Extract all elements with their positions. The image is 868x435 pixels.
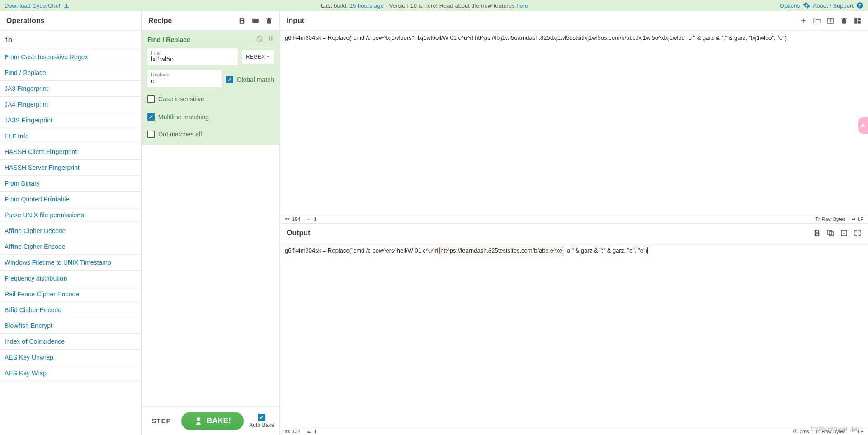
regex-dropdown[interactable]: REGEX [242, 50, 274, 64]
step-button[interactable]: STEP [147, 413, 175, 428]
toggle-layout-icon[interactable] [854, 17, 862, 25]
operation-item[interactable]: Parse UNIX file permissions [0, 207, 141, 223]
save-output-icon[interactable] [813, 229, 821, 237]
svg-rect-8 [854, 18, 857, 24]
global-match-checkbox[interactable] [226, 76, 233, 83]
multiline-checkbox[interactable] [147, 113, 155, 121]
recipe-title: Recipe [148, 17, 172, 25]
about-link[interactable]: About / Support [813, 2, 854, 9]
chef-icon [194, 416, 203, 426]
trash-icon[interactable] [265, 17, 273, 25]
clear-input-icon[interactable] [840, 17, 848, 25]
input-title: Input [287, 17, 304, 25]
operation-item[interactable]: AES Key Wrap [0, 365, 141, 381]
svg-rect-10 [858, 21, 861, 23]
output-time: ⏱ 0ms [793, 429, 809, 434]
highlighted-url: htt^ps://learndash.825testsites.com/b/ab… [439, 247, 563, 254]
operation-item[interactable]: From Quoted Printable [0, 192, 141, 207]
maximize-output-icon[interactable] [854, 229, 862, 237]
autobake-checkbox[interactable] [258, 414, 265, 421]
operation-item[interactable]: HASSH Client Fingerprint [0, 144, 141, 160]
pause-icon[interactable] [268, 35, 274, 44]
svg-rect-12 [828, 230, 832, 234]
case-insensitive-checkbox[interactable] [147, 95, 155, 103]
operation-find-replace: Find / Replace Find REGEX [142, 31, 279, 145]
feedback-tab[interactable] [858, 117, 868, 134]
find-input[interactable] [151, 56, 234, 63]
output-status-bar: mc 138 1 ⏱ 0ms Tr Raw Bytes ↵ LF [280, 427, 868, 435]
operation-item[interactable]: Affine Cipher Encode [0, 239, 141, 255]
gear-icon[interactable] [803, 2, 810, 9]
operation-item[interactable]: ELF Info [0, 128, 141, 144]
svg-rect-3 [269, 36, 270, 40]
download-link[interactable]: Download CyberChef [5, 2, 61, 9]
chevron-down-icon [266, 55, 270, 59]
svg-rect-4 [271, 36, 272, 40]
autobake-label: Auto Bake [249, 422, 274, 428]
svg-rect-6 [197, 417, 200, 419]
build-info: Last build: 15 hours ago - Version 10 is… [321, 2, 528, 9]
help-icon[interactable]: ? [856, 2, 863, 9]
disable-icon[interactable] [256, 35, 263, 44]
download-icon[interactable] [63, 2, 70, 9]
input-encoding[interactable]: Tr Raw Bytes [816, 216, 846, 222]
operation-item[interactable]: From Case Insensitive Regex [0, 49, 141, 65]
svg-rect-9 [858, 18, 861, 20]
input-textarea[interactable]: g6lfk4m304sk = Replace("cmd /c pow^lxj1w… [280, 31, 868, 215]
operation-item[interactable]: Rail Fence Cipher Encode [0, 286, 141, 302]
operation-item[interactable]: Blowfish Encrypt [0, 318, 141, 334]
operation-item[interactable]: JA3S Fingerprint [0, 112, 141, 128]
replace-input-icon[interactable] [840, 229, 848, 237]
build-time-link[interactable]: 15 hours ago [349, 2, 384, 9]
operation-item[interactable]: From Binary [0, 176, 141, 192]
operation-title: Find / Replace [147, 36, 190, 43]
operation-item[interactable]: JA3 Fingerprint [0, 81, 141, 97]
svg-text:?: ? [859, 4, 861, 8]
dot-matches-checkbox[interactable] [147, 131, 155, 138]
add-input-icon[interactable] [799, 17, 807, 25]
operation-item[interactable]: Frequency distribution [0, 271, 141, 286]
replace-input[interactable] [151, 77, 218, 84]
output-textarea[interactable]: g6lfk4m304sk = Replace("cmd /c pow^ers^h… [280, 243, 868, 427]
svg-point-14 [862, 124, 863, 126]
input-status-bar: mc 194 1 Tr Raw Bytes ↵ LF [280, 215, 868, 223]
save-recipe-icon[interactable] [238, 17, 246, 25]
input-eol[interactable]: ↵ LF [852, 216, 863, 222]
here-link[interactable]: here [516, 2, 528, 9]
operations-title: Operations [6, 17, 44, 25]
open-folder-icon[interactable] [813, 17, 821, 25]
recipe-column: Recipe Find / Replace Find [142, 11, 280, 435]
svg-rect-11 [829, 232, 833, 236]
top-bar: Download CyberChef Last build: 15 hours … [0, 0, 868, 11]
open-file-icon[interactable] [826, 17, 835, 25]
replace-label: Replace [151, 72, 218, 77]
copy-output-icon[interactable] [826, 229, 835, 237]
operation-item[interactable]: AES Key Unwrap [0, 350, 141, 365]
operation-item[interactable]: JA4 Fingerprint [0, 97, 141, 112]
options-link[interactable]: Options [780, 2, 800, 9]
bake-button[interactable]: BAKE! [181, 412, 244, 430]
search-input[interactable] [5, 34, 137, 45]
io-column: Input g6lfk4m304sk = Replace("cmd /c pow… [280, 11, 868, 435]
operation-item[interactable]: Bifid Cipher Encode [0, 302, 141, 318]
operations-list[interactable]: From Case Insensitive RegexFind / Replac… [0, 49, 141, 435]
operation-item[interactable]: Find / Replace [0, 65, 141, 81]
operation-item[interactable]: HASSH Server Fingerprint [0, 160, 141, 176]
watermark: CSDN @David_Jou [811, 426, 859, 432]
svg-point-15 [863, 124, 865, 126]
output-title: Output [287, 229, 310, 237]
operation-item[interactable]: Affine Cipher Decode [0, 223, 141, 239]
folder-icon[interactable] [251, 17, 259, 25]
operation-item[interactable]: Index of Coincidence [0, 334, 141, 350]
find-label: Find [151, 50, 234, 56]
operations-column: Operations From Case Insensitive RegexFi… [0, 11, 142, 435]
operation-item[interactable]: Windows Filetime to UNIX Timestamp [0, 255, 141, 271]
